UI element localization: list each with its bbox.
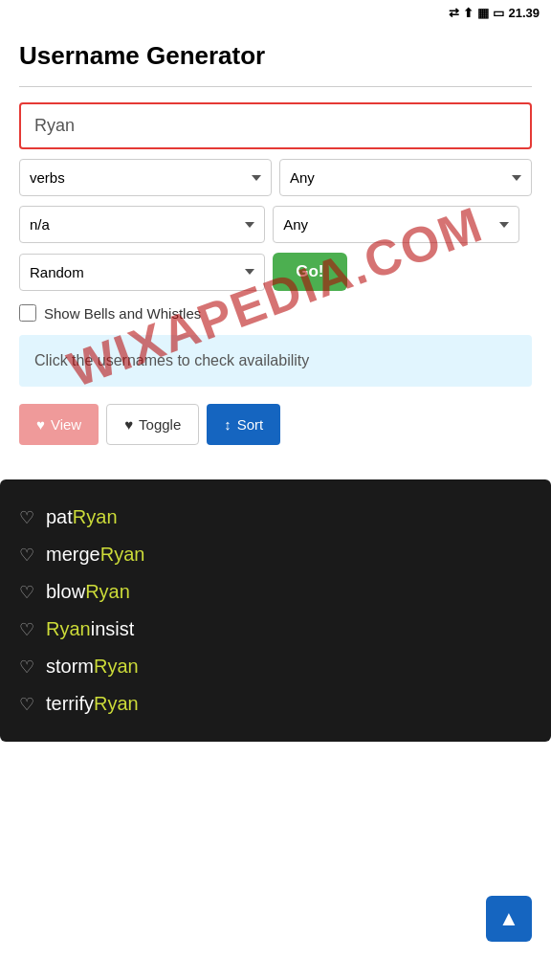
result-item[interactable]: ♡ blowRyan: [19, 573, 532, 611]
favorite-icon-4: ♡: [19, 619, 34, 640]
main-content: Username Generator verbs nouns adjective…: [0, 26, 551, 479]
results-area: ♡ patRyan ♡ mergeRyan ♡ blowRyan ♡ Ryani…: [0, 479, 551, 742]
scroll-top-button[interactable]: ▲: [486, 896, 532, 942]
favorite-icon-2: ♡: [19, 545, 34, 566]
battery-icon: ▭: [493, 6, 504, 20]
view-label: View: [51, 416, 81, 433]
result-text-5: stormRyan: [46, 656, 139, 678]
wifi-icon: ⇄: [449, 6, 459, 20]
result-text-4: Ryaninsist: [46, 618, 134, 640]
toggle-label: Toggle: [139, 416, 181, 433]
result-text-1: patRyan: [46, 506, 118, 528]
result-text-6: terrifyRyan: [46, 693, 139, 715]
status-icons: ⇄ ⬆ ▦ ▭ 21.39: [449, 6, 540, 20]
result-item[interactable]: ♡ patRyan: [19, 499, 532, 536]
page-title: Username Generator: [19, 41, 532, 71]
status-bar: ⇄ ⬆ ▦ ▭ 21.39: [0, 0, 551, 26]
time-display: 21.39: [508, 6, 540, 20]
sort-button[interactable]: ↕ Sort: [207, 404, 280, 445]
info-box: Click the usernames to check availabilit…: [19, 335, 532, 387]
length-select-1[interactable]: Any 3 4 5: [279, 159, 532, 196]
position-select[interactable]: n/a prefix suffix: [19, 206, 265, 243]
sort-label: Sort: [237, 416, 264, 433]
favorite-icon-3: ♡: [19, 582, 34, 603]
action-buttons: ♥ View ♥ Toggle ↕ Sort: [19, 404, 532, 445]
result-text-2: mergeRyan: [46, 544, 144, 566]
action-row: Random Alphabetical By length Go!: [19, 253, 532, 291]
result-item[interactable]: ♡ mergeRyan: [19, 536, 532, 573]
sd-icon: ▦: [477, 6, 489, 20]
order-select[interactable]: Random Alphabetical By length: [19, 254, 265, 291]
go-button[interactable]: Go!: [273, 253, 346, 291]
result-item[interactable]: ♡ stormRyan: [19, 648, 532, 685]
result-text-3: blowRyan: [46, 581, 130, 603]
favorite-icon-6: ♡: [19, 694, 34, 715]
dropdown-row-2: n/a prefix suffix Any 3 4 5: [19, 206, 532, 243]
sort-icon: ↕: [224, 416, 231, 433]
toggle-button[interactable]: ♥ Toggle: [106, 404, 199, 445]
bells-label: Show Bells and Whistles: [44, 305, 201, 322]
dropdown-row-1: verbs nouns adjectives Any 3 4 5: [19, 159, 532, 196]
heart-toggle-icon: ♥: [124, 416, 133, 433]
result-item[interactable]: ♡ Ryaninsist: [19, 611, 532, 648]
result-item[interactable]: ♡ terrifyRyan: [19, 685, 532, 723]
favorite-icon-1: ♡: [19, 507, 34, 528]
name-input[interactable]: [19, 102, 532, 149]
favorite-icon-5: ♡: [19, 657, 34, 678]
verb-select[interactable]: verbs nouns adjectives: [19, 159, 272, 196]
info-text: Click the usernames to check availabilit…: [34, 352, 309, 368]
bells-checkbox[interactable]: [19, 304, 36, 322]
view-button[interactable]: ♥ View: [19, 404, 99, 445]
length-select-2[interactable]: Any 3 4 5: [273, 206, 518, 243]
heart-view-icon: ♥: [36, 416, 45, 433]
checkbox-row: Show Bells and Whistles: [19, 304, 532, 322]
divider: [19, 86, 532, 87]
signal-icon: ⬆: [463, 6, 474, 20]
